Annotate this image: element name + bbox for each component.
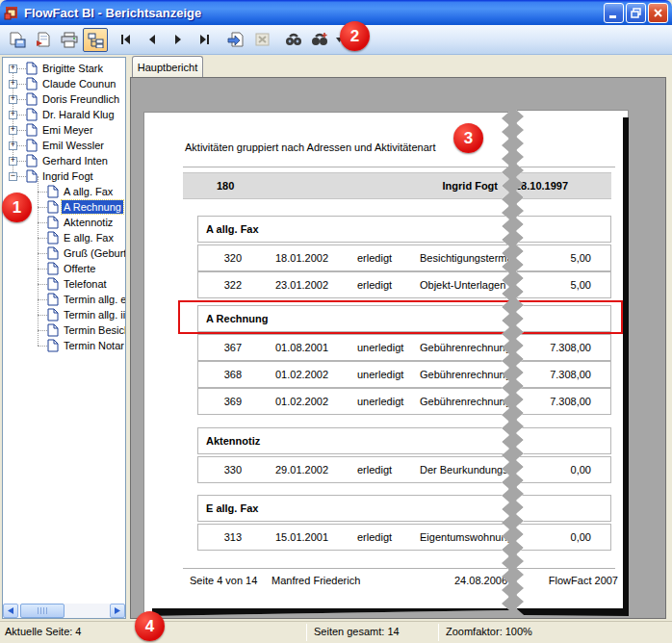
document-icon (26, 123, 38, 137)
status-separator (438, 624, 439, 641)
table-row: 0,00 (507, 456, 611, 483)
tree-horizontal-scrollbar[interactable] (3, 604, 125, 618)
collapse-icon[interactable] (9, 172, 17, 181)
page-shadow-right (623, 117, 630, 617)
document-icon (47, 277, 59, 291)
goto-page-button[interactable] (223, 28, 248, 52)
expand-icon[interactable] (9, 126, 17, 135)
table-row: 7.308,00 (507, 334, 611, 361)
group-header (507, 495, 611, 522)
restore-button[interactable] (626, 3, 646, 23)
statusbar: Aktuelle Seite: 4 Seiten gesamt: 14 Zoom… (0, 621, 672, 643)
export-pdf-button[interactable] (31, 28, 56, 52)
tree-item-termin-allg-ii[interactable]: Termin allg. ii (3, 307, 126, 322)
table-row: 32223.01.2002erledigtObjekt-Unterlagen (197, 271, 530, 298)
expand-icon[interactable] (9, 141, 17, 150)
tree-item-dr-harald-klug[interactable]: Dr. Harald Klug (3, 107, 126, 122)
scroll-left-button[interactable] (3, 604, 18, 618)
tree-item-claude-counun[interactable]: Claude Counun (3, 76, 126, 91)
report-header-band: 180 Ingrid Fogt (183, 172, 515, 199)
annotation-badge-4: 4 (135, 611, 165, 641)
find-button[interactable] (281, 28, 306, 52)
app-window: FlowFact BI - Berichtsanzeige Hauptberic… (0, 0, 672, 643)
stop-button (249, 28, 274, 52)
previous-page-button[interactable] (140, 28, 165, 52)
tree-item-emil-wessler[interactable]: Emil Wessler (3, 138, 126, 153)
tree-item-gruss-geburt[interactable]: Gruß (Geburt (3, 245, 126, 261)
first-page-button[interactable] (114, 28, 139, 52)
tree-item-termin-besich[interactable]: Termin Besich (3, 322, 126, 338)
tree-item-offerte[interactable]: Offerte (3, 261, 126, 276)
report-page-left: Aktivitäten gruppiert nach Adressen und … (143, 112, 509, 616)
thumb-grip (38, 607, 47, 614)
table-row: 33029.01.2002erledigtDer Beurkundungster… (197, 456, 530, 483)
page-shadow-bottom (517, 608, 623, 617)
table-row: 5,00 (507, 271, 611, 298)
annotation-badge-3: 3 (453, 123, 483, 153)
tree-item-telefonat[interactable]: Telefonat (3, 276, 126, 292)
print-button[interactable] (57, 28, 82, 52)
group-header: A allg. Fax (197, 216, 530, 243)
tree-item-emi-meyer[interactable]: Emi Meyer (3, 122, 126, 138)
footer-rule (183, 568, 515, 569)
first-page-icon (118, 33, 134, 46)
export-icon (9, 32, 26, 48)
table-row: 5,00 (507, 244, 611, 271)
expand-icon[interactable] (9, 64, 17, 73)
chevron-left-icon (8, 607, 13, 614)
document-icon (47, 216, 59, 229)
document-icon (47, 262, 59, 275)
group-header (507, 427, 611, 454)
last-page-button[interactable] (192, 28, 217, 52)
tree-item-termin-notar[interactable]: Termin Notar (3, 338, 126, 353)
table-row: 36901.02.2002unerledigtGebührenrechnung … (197, 388, 530, 415)
footer-page: Seite 4 von 14 (190, 575, 257, 586)
expand-icon[interactable] (9, 157, 17, 166)
document-icon (26, 139, 38, 152)
minimize-button[interactable] (604, 3, 624, 23)
document-icon (47, 308, 59, 322)
next-page-button[interactable] (166, 28, 191, 52)
status-total-pages: Seiten gesamt: 14 (314, 626, 400, 637)
expand-icon[interactable] (9, 95, 17, 104)
title-rule (183, 167, 515, 167)
document-icon (47, 293, 59, 306)
document-icon (47, 185, 59, 198)
report-page-right: 28.10.1997 5,00 5,00 7.308,00 7.308,00 7… (516, 110, 629, 616)
header-id: 180 (217, 180, 234, 192)
toolbar (0, 25, 672, 55)
table-row: 36801.02.2002unerledigtGebührenrechnung … (197, 361, 530, 388)
tab-label: Hauptbericht (138, 62, 197, 73)
close-button[interactable] (648, 3, 668, 23)
tree-item-gerhard-inten[interactable]: Gerhard Inten (3, 153, 126, 168)
expand-icon[interactable] (9, 80, 17, 89)
status-separator (306, 624, 307, 641)
group-header: Aktennotiz (197, 427, 530, 454)
table-row: 31315.01.2001erledigtEigentumswohnung ge… (197, 524, 530, 551)
scroll-right-button[interactable] (110, 604, 125, 618)
table-row: 36701.08.2001unerledigtGebührenrechnung … (197, 334, 530, 361)
zoom-button[interactable] (307, 28, 332, 52)
expand-icon[interactable] (9, 111, 17, 119)
pdf-icon (35, 32, 52, 48)
group-header (507, 216, 611, 243)
tree-item-doris-freundlich[interactable]: Doris Freundlich (3, 91, 126, 107)
tab-hauptbericht[interactable]: Hauptbericht (132, 56, 203, 77)
document-icon (26, 77, 38, 90)
report-preview: Aktivitäten gruppiert nach Adressen und … (130, 77, 666, 619)
report-title: Aktivitäten gruppiert nach Adressen und … (185, 141, 436, 153)
scrollbar-thumb[interactable] (20, 604, 65, 618)
header-date: 28.10.1997 (515, 180, 568, 192)
tree-item-brigitte-stark[interactable]: Brigitte Stark (3, 61, 126, 76)
document-icon (26, 92, 38, 106)
tree-item-termin-allg-e[interactable]: Termin allg. e (3, 292, 126, 307)
document-icon (47, 200, 59, 214)
export-report-button[interactable] (5, 28, 30, 52)
document-icon (26, 154, 38, 167)
header-name: Ingrid Fogt (443, 180, 498, 192)
tree-item-ingrid-fogt[interactable]: Ingrid Fogt (3, 168, 126, 184)
tree-item-e-allg-fax[interactable]: E allg. Fax (3, 230, 126, 245)
toggle-group-tree-button[interactable] (83, 28, 108, 52)
document-icon (26, 169, 38, 183)
app-icon (4, 5, 19, 20)
